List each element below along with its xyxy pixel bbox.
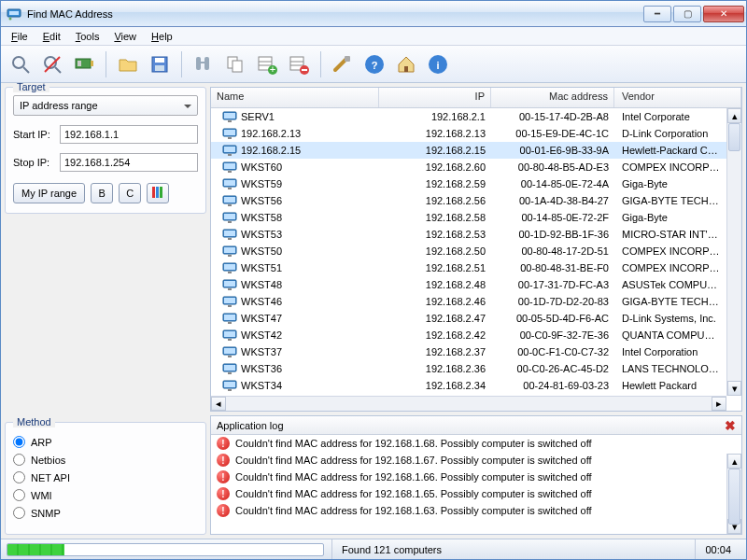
settings-button[interactable] [329, 50, 357, 78]
maximize-button[interactable]: ▢ [673, 6, 701, 22]
log-close-button[interactable]: ✖ [725, 418, 736, 433]
svg-rect-16 [201, 62, 204, 63]
monitor-icon [222, 363, 237, 374]
svg-rect-60 [224, 231, 235, 236]
class-c-button[interactable]: C [119, 183, 141, 203]
delete-row-button[interactable] [285, 50, 313, 78]
svg-text:i: i [436, 60, 439, 71]
table-row[interactable]: WKST47192.168.2.4700-05-5D-4D-F6-ACD-Lin… [211, 310, 726, 327]
svg-rect-54 [224, 197, 235, 203]
svg-rect-51 [224, 180, 235, 186]
log-entry: !Couldn't find MAC address for 192.168.1… [211, 469, 726, 485]
svg-rect-81 [224, 348, 235, 354]
method-option-net-api[interactable]: NET API [13, 471, 198, 483]
table-row[interactable]: WKST59192.168.2.5900-14-85-0E-72-4AGiga-… [211, 175, 726, 192]
table-row[interactable]: WKST48192.168.2.4800-17-31-7D-FC-A3ASUST… [211, 276, 726, 293]
svg-rect-32 [404, 66, 408, 72]
log-vertical-scrollbar[interactable]: ▴ ▾ [726, 454, 741, 534]
status-found: Found 121 computers [331, 539, 451, 559]
table-row[interactable]: WKST53192.168.2.5300-1D-92-BB-1F-36MICRO… [211, 226, 726, 243]
col-ip[interactable]: IP [379, 88, 491, 107]
window-title: Find MAC Address [27, 8, 643, 20]
svg-rect-70 [228, 288, 232, 290]
menu-view[interactable]: View [107, 29, 143, 44]
error-icon: ! [217, 437, 230, 450]
menu-tools[interactable]: Tools [69, 29, 106, 44]
table-row[interactable]: WKST42192.168.2.4200-C0-9F-32-7E-36QUANT… [211, 327, 726, 343]
method-group: Method ARPNetbiosNET APIWMISNMP [5, 422, 206, 535]
network-card-button[interactable] [70, 50, 98, 78]
scroll-down-icon[interactable]: ▾ [727, 381, 741, 396]
scroll-up-icon[interactable]: ▴ [727, 108, 741, 123]
add-row-button[interactable]: + [253, 50, 281, 78]
scroll-left-icon[interactable]: ◂ [211, 397, 226, 411]
target-combo[interactable]: IP address range [13, 95, 198, 116]
stop-scan-button[interactable] [38, 50, 66, 78]
method-option-netbios[interactable]: Netbios [13, 454, 198, 466]
monitor-icon [222, 262, 237, 273]
menu-edit[interactable]: Edit [36, 29, 67, 44]
about-button[interactable]: i [424, 50, 452, 78]
method-option-snmp[interactable]: SNMP [13, 507, 198, 519]
find-button[interactable] [190, 50, 218, 78]
monitor-icon [222, 212, 237, 223]
application-log: Application log ✖ !Couldn't find MAC add… [210, 415, 742, 535]
status-time: 00:04 [695, 539, 740, 559]
svg-rect-9 [78, 61, 81, 66]
table-row[interactable]: SERV1192.168.2.100-15-17-4D-2B-A8Intel C… [211, 108, 726, 125]
table-header: Name IP Mac address Vendor [211, 88, 741, 108]
log-entry: !Couldn't find MAC address for 192.168.1… [211, 485, 726, 502]
save-button[interactable] [146, 50, 174, 78]
table-row[interactable]: WKST51192.168.2.5100-80-48-31-BE-F0COMPE… [211, 259, 726, 276]
table-row[interactable]: WKST60192.168.2.6000-80-48-B5-AD-E3COMPE… [211, 159, 726, 175]
svg-rect-85 [228, 372, 232, 374]
help-button[interactable]: ? [360, 50, 388, 78]
toolbar: + ? i [1, 46, 746, 83]
scan-button[interactable] [7, 50, 35, 78]
table-row[interactable]: WKST46192.168.2.4600-1D-7D-D2-20-83GIGA-… [211, 293, 726, 310]
table-row[interactable]: WKST56192.168.2.5600-1A-4D-38-B4-27GIGA-… [211, 192, 726, 209]
color-legend-button[interactable] [147, 183, 169, 203]
col-vendor[interactable]: Vendor [614, 88, 741, 107]
monitor-icon [222, 245, 237, 257]
table-row[interactable]: WKST34192.168.2.3400-24-81-69-03-23Hewle… [211, 377, 726, 394]
monitor-icon [222, 313, 237, 324]
close-button[interactable]: ✕ [703, 6, 744, 22]
col-name[interactable]: Name [211, 88, 379, 107]
class-b-button[interactable]: B [91, 183, 113, 203]
menu-file[interactable]: FFile/*inline*/ile [5, 29, 35, 44]
table-horizontal-scrollbar[interactable]: ◂ ▸ [211, 396, 726, 411]
svg-rect-45 [224, 147, 235, 152]
svg-rect-69 [224, 281, 235, 287]
scroll-right-icon[interactable]: ▸ [712, 397, 726, 411]
minimize-button[interactable]: ━ [643, 6, 671, 22]
scroll-up-icon[interactable]: ▴ [727, 454, 741, 469]
open-button[interactable] [114, 50, 142, 78]
stop-ip-input[interactable] [60, 153, 198, 172]
svg-rect-84 [224, 365, 235, 371]
method-option-arp[interactable]: ARP [13, 436, 198, 448]
table-row[interactable]: WKST50192.168.2.5000-80-48-17-2D-51COMPE… [211, 243, 726, 259]
table-vertical-scrollbar[interactable]: ▴ ▾ [726, 108, 741, 396]
table-row[interactable]: WKST37192.168.2.3700-0C-F1-C0-C7-32Intel… [211, 343, 726, 360]
table-row[interactable]: 192.168.2.15192.168.2.1500-01-E6-9B-33-9… [211, 142, 726, 159]
col-mac[interactable]: Mac address [491, 88, 614, 107]
svg-rect-42 [224, 130, 235, 135]
method-legend: Method [13, 416, 55, 427]
menu-help[interactable]: Help [145, 29, 179, 44]
svg-rect-36 [156, 187, 159, 198]
svg-text:?: ? [372, 60, 378, 71]
error-icon: ! [217, 470, 230, 483]
left-panel: Target IP address range Start IP: Stop I… [1, 83, 210, 539]
table-row[interactable]: WKST58192.168.2.5800-14-85-0E-72-2FGiga-… [211, 209, 726, 226]
method-option-wmi[interactable]: WMI [13, 489, 198, 501]
home-button[interactable] [392, 50, 420, 78]
monitor-icon [222, 145, 237, 156]
table-row[interactable]: 192.168.2.13192.168.2.1300-15-E9-DE-4C-1… [211, 125, 726, 142]
start-ip-input[interactable] [60, 125, 198, 144]
start-ip-label: Start IP: [13, 129, 54, 140]
svg-rect-35 [152, 187, 155, 198]
table-row[interactable]: WKST36192.168.2.3600-C0-26-AC-45-D2LANS … [211, 360, 726, 377]
my-ip-range-button[interactable]: My IP range [13, 183, 85, 203]
copy-button[interactable] [221, 50, 249, 78]
